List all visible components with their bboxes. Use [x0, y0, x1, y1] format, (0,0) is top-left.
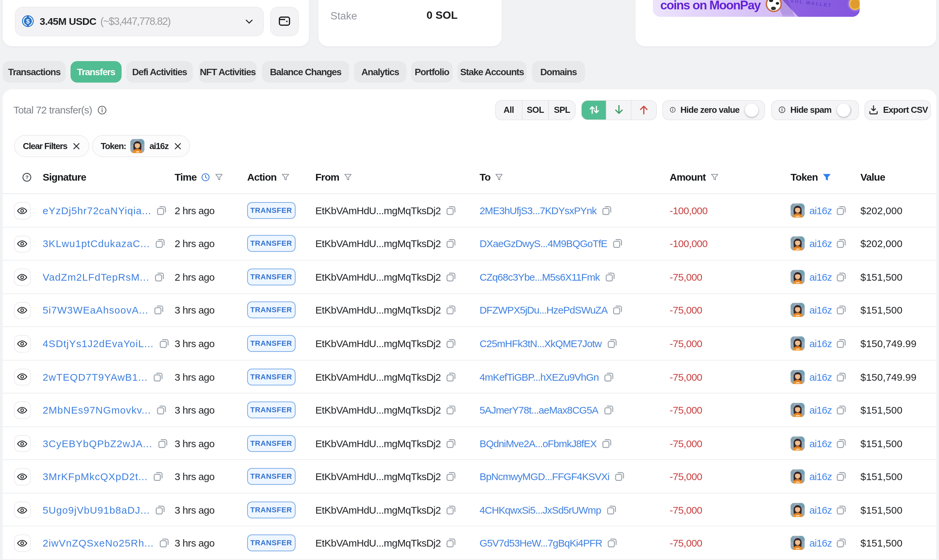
svg-text:ai16z: ai16z	[796, 215, 800, 217]
svg-text:ai16z: ai16z	[796, 282, 800, 284]
svg-text:ai16z: ai16z	[796, 382, 800, 383]
svg-text:ai16z: ai16z	[796, 415, 800, 417]
svg-text:ai16z: ai16z	[796, 548, 800, 550]
svg-text:ai16z: ai16z	[796, 448, 800, 450]
svg-text:ai16z: ai16z	[796, 248, 800, 251]
svg-text:?: ?	[25, 174, 28, 180]
svg-text:ai16z: ai16z	[796, 348, 800, 350]
svg-text:$: $	[26, 18, 30, 25]
svg-text:ai16z: ai16z	[796, 315, 800, 317]
svg-text:ai16z: ai16z	[796, 515, 800, 517]
svg-text:ai16z: ai16z	[796, 482, 800, 483]
